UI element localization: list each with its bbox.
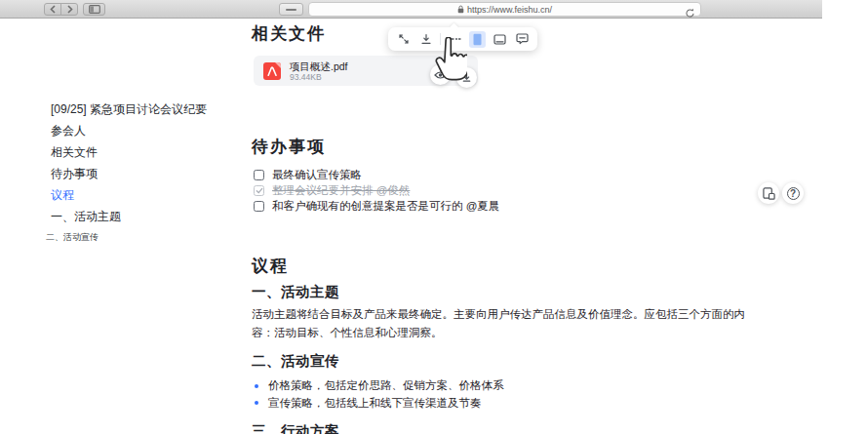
url-text: https://www.feishu.cn/ <box>467 5 552 15</box>
bullet-dot-icon <box>255 384 258 388</box>
agenda-section1-body: 活动主题将结合目标及产品来最终确定。主要向用户传达产品信息及价值理念。应包括三个… <box>252 305 747 341</box>
doc-template-icon <box>763 187 775 200</box>
agenda-section3-heading: 三、行动方案 <box>252 422 339 434</box>
todo-text: 整理会议纪要并安排 @俊然 <box>272 183 410 198</box>
bullet-dot-icon <box>255 401 258 405</box>
expand-icon[interactable] <box>395 31 412 48</box>
todo-item: 最终确认宣传策略 <box>254 167 499 182</box>
checkbox-unchecked-icon[interactable] <box>254 170 264 180</box>
sidebar-toggle-button[interactable] <box>83 3 105 16</box>
sidebar-toggle-icon <box>89 5 100 14</box>
attachment-toolbar-popup <box>388 27 537 51</box>
checkbox-unchecked-icon[interactable] <box>254 201 264 212</box>
list-item: 宣传策略，包括线上和线下宣传渠道及节奏 <box>255 395 504 413</box>
outline-item-todos[interactable]: 待办事项 <box>51 163 207 184</box>
outline-item-attendees[interactable]: 参会人 <box>51 120 207 141</box>
download-file-button[interactable] <box>456 67 477 88</box>
preview-style-icon[interactable] <box>492 31 508 48</box>
todo-text: 和客户确现有的创意提案是否是可行的 @夏晨 <box>272 199 499 214</box>
chevron-right-icon <box>66 5 73 14</box>
address-bar[interactable]: https://www.feishu.cn/ <box>308 2 701 17</box>
list-item: 价格策略，包括定价思路、促销方案、价格体系 <box>255 377 504 395</box>
file-name: 项目概述.pdf <box>290 60 348 72</box>
help-icon: ? <box>787 187 800 200</box>
agenda-section2-heading: 二、活动宣传 <box>252 352 339 371</box>
agenda-section1-heading: 一、活动主题 <box>252 283 339 301</box>
related-files-heading: 相关文件 <box>252 22 326 45</box>
outline-item-title[interactable]: [09/25] 紧急项目讨论会议纪要 <box>51 99 207 120</box>
preview-file-button[interactable] <box>430 64 451 85</box>
back-button[interactable] <box>44 3 61 16</box>
doc-template-button[interactable] <box>758 182 779 204</box>
bullet-text: 宣传策略，包括线上和线下宣传渠道及节奏 <box>268 396 482 411</box>
eye-icon <box>434 70 447 80</box>
agenda-heading: 议程 <box>252 255 289 277</box>
file-meta: 项目概述.pdf 93.44KB <box>290 60 348 82</box>
todo-item: 和客户确现有的创意提案是否是可行的 @夏晨 <box>254 199 499 215</box>
bullet-list: 价格策略，包括定价思路、促销方案、价格体系 宣传策略，包括线上和线下宣传渠道及节… <box>255 377 504 412</box>
document-outline: [09/25] 紧急项目讨论会议纪要 参会人 相关文件 待办事项 议程 一、活动… <box>51 99 207 244</box>
minus-icon <box>286 9 296 11</box>
todo-text: 最终确认宣传策略 <box>272 168 362 182</box>
inline-style-icon[interactable] <box>447 31 463 48</box>
help-button[interactable]: ? <box>782 182 804 204</box>
card-style-icon-active[interactable] <box>469 31 486 48</box>
bullet-text: 价格策略，包括定价思路、促销方案、价格体系 <box>268 378 504 393</box>
outline-item-theme[interactable]: 一、活动主题 <box>51 206 207 227</box>
checkbox-checked-icon[interactable] <box>254 185 264 196</box>
refresh-icon <box>685 8 695 19</box>
padlock-icon <box>457 5 464 14</box>
comment-icon[interactable] <box>514 31 531 48</box>
forward-button[interactable] <box>60 3 78 16</box>
todo-heading: 待办事项 <box>252 136 326 158</box>
file-size: 93.44KB <box>290 72 348 82</box>
download-icon[interactable] <box>417 31 434 48</box>
toolbar-divider <box>440 33 441 45</box>
outline-item-agenda-active[interactable]: 议程 <box>51 184 207 206</box>
tab-minimize-button[interactable] <box>279 3 303 16</box>
browser-toolbar: https://www.feishu.cn/ <box>0 0 822 19</box>
chevron-left-icon <box>50 5 57 14</box>
outline-item-promotion[interactable]: 二、活动宣传 <box>46 230 207 244</box>
todo-item-completed: 整理会议纪要并安排 @俊然 <box>254 182 499 198</box>
todo-list: 最终确认宣传策略 整理会议纪要并安排 @俊然 和客户确现有的创意提案是否是可行的… <box>254 167 499 215</box>
download-circle-icon <box>461 72 472 83</box>
outline-item-related-files[interactable]: 相关文件 <box>51 141 207 163</box>
pdf-file-icon <box>263 62 281 80</box>
nav-buttons <box>44 3 78 16</box>
reload-button[interactable] <box>685 5 695 22</box>
